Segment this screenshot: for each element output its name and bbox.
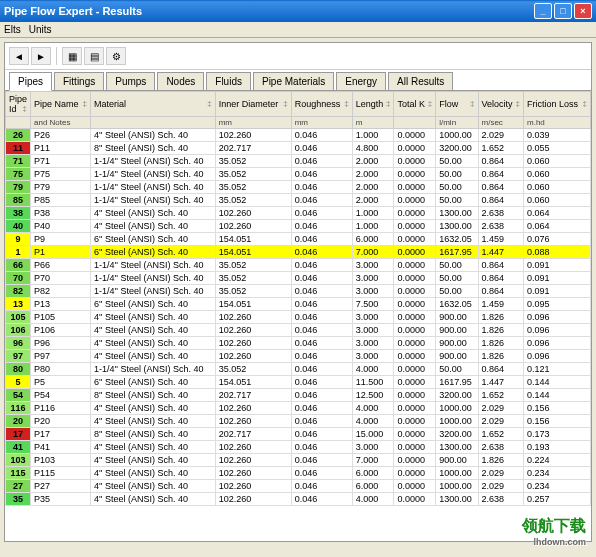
table-row[interactable]: 20P204'' Steel (ANSI) Sch. 40102.2600.04… [6,415,591,428]
settings-icon[interactable]: ⚙ [106,47,126,65]
toolbar: ◄ ► ▦ ▤ ⚙ [5,43,591,70]
col-roughness[interactable]: Roughness‡ [291,92,352,117]
table-row[interactable]: 1P16'' Steel (ANSI) Sch. 40154.0510.0467… [6,246,591,259]
watermark: 领航下载lhdown.com [522,516,586,547]
header-row: Pipe Id‡Pipe Name‡Material‡Inner Diamete… [6,92,591,117]
tab-fittings[interactable]: Fittings [54,72,104,90]
col-total-k[interactable]: Total K‡ [394,92,436,117]
tab-pipe-materials[interactable]: Pipe Materials [253,72,334,90]
table-row[interactable]: 75P751-1/4'' Steel (ANSI) Sch. 4035.0520… [6,168,591,181]
close-button[interactable]: × [574,3,592,19]
pipe-id-cell: 80 [6,363,31,376]
title-bar: Pipe Flow Expert - Results _ □ × [0,0,596,22]
pipe-id-cell: 103 [6,454,31,467]
pipe-id-cell: 116 [6,402,31,415]
tab-fluids[interactable]: Fluids [206,72,251,90]
pipe-id-cell: 71 [6,155,31,168]
pipe-id-cell: 9 [6,233,31,246]
next-icon[interactable]: ► [31,47,51,65]
pipe-id-cell: 1 [6,246,31,259]
maximize-button[interactable]: □ [554,3,572,19]
table-row[interactable]: 106P1064'' Steel (ANSI) Sch. 40102.2600.… [6,324,591,337]
pipe-id-cell: 66 [6,259,31,272]
table-row[interactable]: 40P404'' Steel (ANSI) Sch. 40102.2600.04… [6,220,591,233]
col-length[interactable]: Length‡ [352,92,394,117]
export-csv-icon[interactable]: ▦ [62,47,82,65]
table-row[interactable]: 71P711-1/4'' Steel (ANSI) Sch. 4035.0520… [6,155,591,168]
table-row[interactable]: 9P96'' Steel (ANSI) Sch. 40154.0510.0466… [6,233,591,246]
table-row[interactable]: 38P384'' Steel (ANSI) Sch. 40102.2600.04… [6,207,591,220]
pipe-id-cell: 17 [6,428,31,441]
pipe-id-cell: 27 [6,480,31,493]
table-row[interactable]: 54P548'' Steel (ANSI) Sch. 40202.7170.04… [6,389,591,402]
table-row[interactable]: 5P56'' Steel (ANSI) Sch. 40154.0510.0461… [6,376,591,389]
pipe-id-cell: 70 [6,272,31,285]
tab-pumps[interactable]: Pumps [106,72,155,90]
table-row[interactable]: 35P354'' Steel (ANSI) Sch. 40102.2600.04… [6,493,591,506]
results-table: Pipe Id‡Pipe Name‡Material‡Inner Diamete… [5,91,591,506]
export-xls-icon[interactable]: ▤ [84,47,104,65]
pipe-id-cell: 79 [6,181,31,194]
table-row[interactable]: 80P801-1/4'' Steel (ANSI) Sch. 4035.0520… [6,363,591,376]
pipe-id-cell: 26 [6,129,31,142]
tab-pipes[interactable]: Pipes [9,72,52,91]
pipe-id-cell: 54 [6,389,31,402]
pipe-id-cell: 115 [6,467,31,480]
table-row[interactable]: 41P414'' Steel (ANSI) Sch. 40102.2600.04… [6,441,591,454]
col-velocity[interactable]: Velocity‡ [478,92,523,117]
table-row[interactable]: 116P1164'' Steel (ANSI) Sch. 40102.2600.… [6,402,591,415]
col-inner-diameter[interactable]: Inner Diameter‡ [215,92,291,117]
menu-elts[interactable]: Elts [4,24,21,35]
content-pane: ◄ ► ▦ ▤ ⚙ PipesFittingsPumpsNodesFluidsP… [4,42,592,542]
table-row[interactable]: 26P264'' Steel (ANSI) Sch. 40102.2600.04… [6,129,591,142]
pipe-id-cell: 38 [6,207,31,220]
pipe-id-cell: 35 [6,493,31,506]
pipe-id-cell: 105 [6,311,31,324]
pipe-id-cell: 85 [6,194,31,207]
pipe-id-cell: 82 [6,285,31,298]
window-controls: _ □ × [534,3,592,19]
pipe-id-cell: 96 [6,337,31,350]
table-row[interactable]: 82P821-1/4'' Steel (ANSI) Sch. 4035.0520… [6,285,591,298]
table-row[interactable]: 97P974'' Steel (ANSI) Sch. 40102.2600.04… [6,350,591,363]
table-row[interactable]: 103P1034'' Steel (ANSI) Sch. 40102.2600.… [6,454,591,467]
table-row[interactable]: 27P274'' Steel (ANSI) Sch. 40102.2600.04… [6,480,591,493]
pipe-id-cell: 20 [6,415,31,428]
pipe-id-cell: 5 [6,376,31,389]
window-title: Pipe Flow Expert - Results [4,5,534,17]
table-row[interactable]: 115P1154'' Steel (ANSI) Sch. 40102.2600.… [6,467,591,480]
pipe-id-cell: 11 [6,142,31,155]
table-row[interactable]: 13P136'' Steel (ANSI) Sch. 40154.0510.04… [6,298,591,311]
pipe-id-cell: 40 [6,220,31,233]
col-pipe-name[interactable]: Pipe Name‡ [31,92,91,117]
pipe-id-cell: 41 [6,441,31,454]
table-row[interactable]: 17P178'' Steel (ANSI) Sch. 40202.7170.04… [6,428,591,441]
table-row[interactable]: 70P701-1/4'' Steel (ANSI) Sch. 4035.0520… [6,272,591,285]
table-row[interactable]: 85P851-1/4'' Steel (ANSI) Sch. 4035.0520… [6,194,591,207]
table-row[interactable]: 96P964'' Steel (ANSI) Sch. 40102.2600.04… [6,337,591,350]
pipe-id-cell: 13 [6,298,31,311]
pipe-id-cell: 106 [6,324,31,337]
col-flow[interactable]: Flow‡ [436,92,478,117]
menu-bar: Elts Units [0,22,596,38]
results-grid[interactable]: Pipe Id‡Pipe Name‡Material‡Inner Diamete… [5,91,591,541]
prev-icon[interactable]: ◄ [9,47,29,65]
col-material[interactable]: Material‡ [90,92,215,117]
units-row: and Notesmmmmml/minm/secm.hd [6,117,591,129]
table-row[interactable]: 11P118'' Steel (ANSI) Sch. 40202.7170.04… [6,142,591,155]
tab-all-results[interactable]: All Results [388,72,453,90]
minimize-button[interactable]: _ [534,3,552,19]
tab-nodes[interactable]: Nodes [157,72,204,90]
table-row[interactable]: 105P1054'' Steel (ANSI) Sch. 40102.2600.… [6,311,591,324]
col-pipe-id[interactable]: Pipe Id‡ [6,92,31,117]
tab-energy[interactable]: Energy [336,72,386,90]
table-row[interactable]: 79P791-1/4'' Steel (ANSI) Sch. 4035.0520… [6,181,591,194]
pipe-id-cell: 97 [6,350,31,363]
table-row[interactable]: 66P661-1/4'' Steel (ANSI) Sch. 4035.0520… [6,259,591,272]
menu-units[interactable]: Units [29,24,52,35]
col-friction-loss[interactable]: Friction Loss‡ [524,92,591,117]
pipe-id-cell: 75 [6,168,31,181]
tab-strip: PipesFittingsPumpsNodesFluidsPipe Materi… [5,70,591,91]
separator [56,47,57,65]
